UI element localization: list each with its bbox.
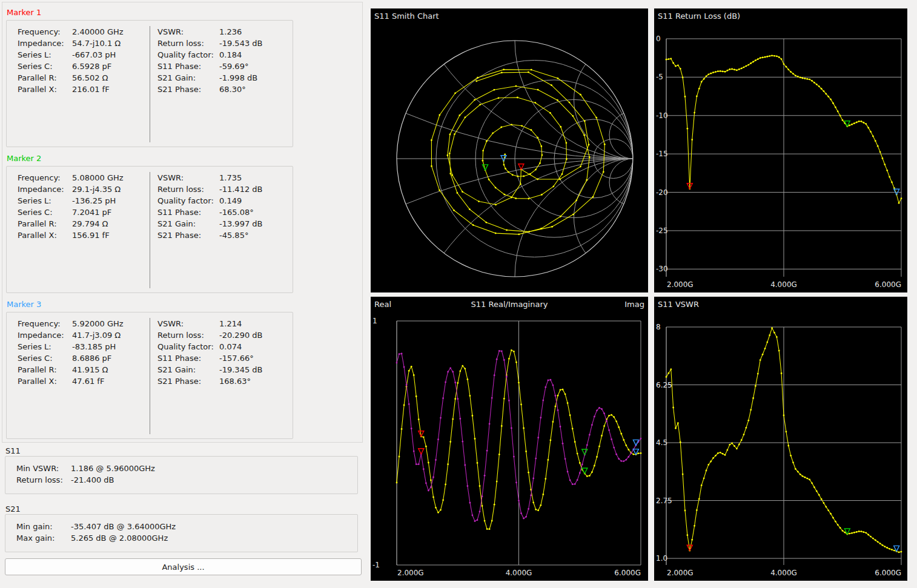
trace-point [457, 192, 458, 194]
analysis-button[interactable]: Analysis ... [5, 558, 362, 575]
trace-point [423, 436, 425, 438]
trace-point [790, 455, 792, 457]
trace-point [503, 164, 505, 166]
marker-field-value: -136.25 pH [72, 195, 116, 206]
trace-point [802, 475, 804, 477]
marker-field-label: S21 Phase: [157, 375, 219, 387]
trace-point [454, 382, 456, 383]
trace-point [766, 56, 768, 58]
trace-point [783, 63, 785, 65]
smith-reactance-circle [515, 8, 648, 159]
trace-point [503, 359, 505, 361]
trace-point [668, 372, 670, 374]
trace-point [496, 481, 498, 483]
s11-field-row: Min VSWR:1.186 @ 5.96000GHz [16, 463, 357, 474]
trace-point [482, 505, 483, 507]
marker-field-value: 8.6886 pF [72, 352, 111, 364]
trace-point [879, 543, 881, 544]
trace-point [465, 116, 466, 118]
trace-point [623, 439, 624, 441]
trace-point [781, 58, 783, 60]
trace-point [458, 114, 460, 116]
trace-point [601, 408, 603, 410]
marker-field-value: 1.236 [219, 26, 242, 38]
trace-point [825, 93, 827, 95]
trace-point [572, 214, 574, 216]
trace-point [762, 57, 764, 59]
trace-point [889, 176, 890, 178]
trace-point [415, 395, 417, 397]
marker-field-value: -667.03 pH [72, 49, 116, 61]
marker-data-panel: Marker 1Frequency:2.40000 GHzImpedance:5… [0, 0, 368, 588]
marker-field-value: 41.7-j3.09 Ω [72, 329, 121, 341]
trace-point [851, 124, 853, 125]
chart-title: S11 VSWR [658, 300, 699, 309]
trace-point [853, 122, 855, 124]
trace-point [863, 531, 865, 533]
trace-point [454, 133, 455, 135]
trace-point [452, 418, 454, 420]
trace-point [589, 434, 591, 436]
trace-point [821, 498, 823, 500]
trace-point [816, 491, 818, 492]
trace-point [806, 78, 808, 80]
charts-grid: S11 Smith Chart0-5-10-15-20-25-302.000G4… [371, 8, 907, 581]
trace-point [432, 477, 434, 478]
trace-point [769, 55, 770, 57]
s21-field-value: -35.407 dB @ 3.64000GHz [71, 521, 176, 532]
trace-point [733, 445, 735, 447]
marker-section: Marker 2Frequency:5.08000 GHzImpedance:2… [6, 154, 359, 293]
trace-point [835, 521, 836, 523]
marker-fields-right: VSWR:1.236Return loss:-19.543 dBQuality … [150, 26, 293, 142]
trace-point [581, 464, 583, 466]
trace-point [898, 552, 900, 553]
trace-point [884, 164, 886, 165]
trace-point [604, 144, 606, 145]
smith-chart[interactable]: S11 Smith Chart [371, 8, 648, 292]
trace-point [512, 174, 514, 176]
trace-point [454, 398, 456, 400]
trace-point [401, 353, 403, 355]
trace-point [545, 478, 546, 480]
marker-field-value: -11.412 dB [219, 183, 262, 195]
trace-point [494, 89, 495, 91]
trace-point [566, 142, 568, 144]
marker-field-label: Return loss: [157, 183, 219, 195]
trace-point [495, 204, 497, 206]
trace-point [865, 532, 867, 533]
trace-point [569, 102, 571, 104]
trace-point [703, 78, 705, 80]
real_imag-chart[interactable]: 1-12.000G4.000G6.000GRealS11 Real/Imagin… [371, 297, 648, 581]
trace-point [445, 382, 446, 383]
trace-point [870, 536, 872, 538]
trace-point [787, 68, 789, 70]
trace-point [574, 483, 576, 485]
trace-point [743, 67, 745, 68]
trace-point [589, 156, 591, 158]
trace-point [557, 99, 558, 101]
return_loss-chart[interactable]: 0-5-10-15-20-25-302.000G4.000G6.000GS11 … [654, 8, 907, 292]
trace-point [901, 197, 902, 199]
marker-field-value: 6.5928 pF [72, 61, 111, 72]
trace-point [500, 127, 502, 128]
trace-point [706, 470, 707, 472]
marker-field-value: 2.40000 GHz [72, 26, 124, 38]
trace-point [457, 382, 458, 384]
trace-point [520, 404, 522, 406]
marker-field-row: S11 Phase:-59.69° [157, 61, 293, 72]
trace-point [738, 68, 740, 70]
smith-reactance-circle [397, 8, 648, 159]
trace-point [797, 76, 799, 78]
trace-point [425, 482, 427, 484]
trace-point [508, 171, 509, 173]
marker-title: Marker 3 [7, 300, 359, 309]
trace-point [472, 514, 474, 516]
trace-point [882, 544, 884, 546]
trace-point [484, 475, 486, 477]
trace-point [856, 531, 858, 533]
vswr-chart[interactable]: 86.254.52.751.02.000G4.000G6.000GS11 VSW… [654, 297, 907, 581]
marker-field-value: 0.149 [219, 195, 242, 206]
trace-point [403, 405, 405, 406]
trace-point [591, 471, 593, 473]
trace-point [550, 379, 552, 381]
